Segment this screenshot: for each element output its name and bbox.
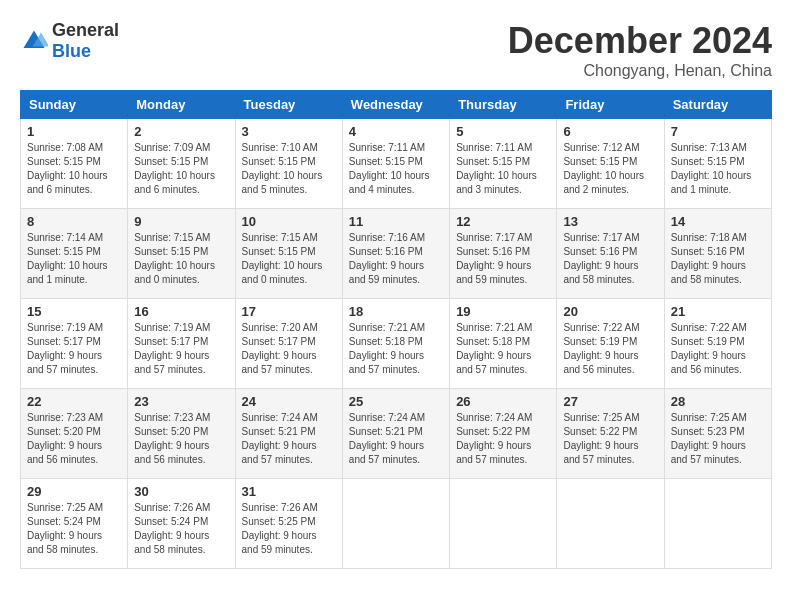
weekday-header: SundayMondayTuesdayWednesdayThursdayFrid… [21,91,772,119]
day-info: Sunrise: 7:26 AM Sunset: 5:24 PM Dayligh… [134,501,228,557]
day-number: 3 [242,124,336,139]
calendar-day-cell: 9 Sunrise: 7:15 AM Sunset: 5:15 PM Dayli… [128,209,235,299]
calendar-day-cell: 4 Sunrise: 7:11 AM Sunset: 5:15 PM Dayli… [342,119,449,209]
day-info: Sunrise: 7:08 AM Sunset: 5:15 PM Dayligh… [27,141,121,197]
day-info: Sunrise: 7:25 AM Sunset: 5:24 PM Dayligh… [27,501,121,557]
day-info: Sunrise: 7:24 AM Sunset: 5:21 PM Dayligh… [242,411,336,467]
month-title: December 2024 [508,20,772,62]
calendar-day-cell: 28 Sunrise: 7:25 AM Sunset: 5:23 PM Dayl… [664,389,771,479]
day-info: Sunrise: 7:24 AM Sunset: 5:21 PM Dayligh… [349,411,443,467]
day-number: 6 [563,124,657,139]
calendar-day-cell: 21 Sunrise: 7:22 AM Sunset: 5:19 PM Dayl… [664,299,771,389]
calendar-day-cell: 24 Sunrise: 7:24 AM Sunset: 5:21 PM Dayl… [235,389,342,479]
calendar-day-cell: 6 Sunrise: 7:12 AM Sunset: 5:15 PM Dayli… [557,119,664,209]
day-number: 30 [134,484,228,499]
calendar-day-cell: 27 Sunrise: 7:25 AM Sunset: 5:22 PM Dayl… [557,389,664,479]
day-number: 8 [27,214,121,229]
calendar-day-cell: 20 Sunrise: 7:22 AM Sunset: 5:19 PM Dayl… [557,299,664,389]
calendar-day-cell: 17 Sunrise: 7:20 AM Sunset: 5:17 PM Dayl… [235,299,342,389]
day-info: Sunrise: 7:26 AM Sunset: 5:25 PM Dayligh… [242,501,336,557]
weekday-header-cell: Wednesday [342,91,449,119]
weekday-header-cell: Saturday [664,91,771,119]
calendar-week-row: 1 Sunrise: 7:08 AM Sunset: 5:15 PM Dayli… [21,119,772,209]
day-info: Sunrise: 7:14 AM Sunset: 5:15 PM Dayligh… [27,231,121,287]
day-number: 18 [349,304,443,319]
day-number: 23 [134,394,228,409]
calendar-day-cell: 7 Sunrise: 7:13 AM Sunset: 5:15 PM Dayli… [664,119,771,209]
day-number: 12 [456,214,550,229]
day-info: Sunrise: 7:11 AM Sunset: 5:15 PM Dayligh… [349,141,443,197]
calendar-day-cell: 12 Sunrise: 7:17 AM Sunset: 5:16 PM Dayl… [450,209,557,299]
day-info: Sunrise: 7:19 AM Sunset: 5:17 PM Dayligh… [134,321,228,377]
logo-blue: Blue [52,41,91,61]
day-number: 20 [563,304,657,319]
day-number: 4 [349,124,443,139]
day-number: 17 [242,304,336,319]
calendar-day-cell: 26 Sunrise: 7:24 AM Sunset: 5:22 PM Dayl… [450,389,557,479]
day-number: 16 [134,304,228,319]
calendar-week-row: 22 Sunrise: 7:23 AM Sunset: 5:20 PM Dayl… [21,389,772,479]
calendar-day-cell: 5 Sunrise: 7:11 AM Sunset: 5:15 PM Dayli… [450,119,557,209]
day-info: Sunrise: 7:22 AM Sunset: 5:19 PM Dayligh… [563,321,657,377]
weekday-header-cell: Friday [557,91,664,119]
day-number: 14 [671,214,765,229]
day-info: Sunrise: 7:17 AM Sunset: 5:16 PM Dayligh… [563,231,657,287]
logo: General Blue [20,20,119,62]
day-info: Sunrise: 7:15 AM Sunset: 5:15 PM Dayligh… [134,231,228,287]
day-info: Sunrise: 7:18 AM Sunset: 5:16 PM Dayligh… [671,231,765,287]
day-number: 5 [456,124,550,139]
day-info: Sunrise: 7:20 AM Sunset: 5:17 PM Dayligh… [242,321,336,377]
logo-icon [20,27,48,55]
day-number: 26 [456,394,550,409]
location-title: Chongyang, Henan, China [508,62,772,80]
weekday-header-cell: Sunday [21,91,128,119]
calendar-day-cell: 23 Sunrise: 7:23 AM Sunset: 5:20 PM Dayl… [128,389,235,479]
calendar-day-cell: 2 Sunrise: 7:09 AM Sunset: 5:15 PM Dayli… [128,119,235,209]
calendar-day-cell [342,479,449,569]
weekday-header-cell: Tuesday [235,91,342,119]
calendar-day-cell: 25 Sunrise: 7:24 AM Sunset: 5:21 PM Dayl… [342,389,449,479]
page-header: General Blue December 2024 Chongyang, He… [20,20,772,80]
day-number: 11 [349,214,443,229]
logo-general: General [52,20,119,40]
day-info: Sunrise: 7:23 AM Sunset: 5:20 PM Dayligh… [134,411,228,467]
day-info: Sunrise: 7:23 AM Sunset: 5:20 PM Dayligh… [27,411,121,467]
day-info: Sunrise: 7:15 AM Sunset: 5:15 PM Dayligh… [242,231,336,287]
day-info: Sunrise: 7:25 AM Sunset: 5:23 PM Dayligh… [671,411,765,467]
day-info: Sunrise: 7:24 AM Sunset: 5:22 PM Dayligh… [456,411,550,467]
calendar-day-cell: 30 Sunrise: 7:26 AM Sunset: 5:24 PM Dayl… [128,479,235,569]
day-number: 22 [27,394,121,409]
day-number: 15 [27,304,121,319]
day-info: Sunrise: 7:21 AM Sunset: 5:18 PM Dayligh… [349,321,443,377]
day-number: 9 [134,214,228,229]
calendar-body: 1 Sunrise: 7:08 AM Sunset: 5:15 PM Dayli… [21,119,772,569]
day-number: 29 [27,484,121,499]
day-number: 13 [563,214,657,229]
day-info: Sunrise: 7:09 AM Sunset: 5:15 PM Dayligh… [134,141,228,197]
calendar-week-row: 15 Sunrise: 7:19 AM Sunset: 5:17 PM Dayl… [21,299,772,389]
day-number: 21 [671,304,765,319]
day-number: 24 [242,394,336,409]
day-number: 28 [671,394,765,409]
day-number: 7 [671,124,765,139]
day-number: 25 [349,394,443,409]
calendar-week-row: 29 Sunrise: 7:25 AM Sunset: 5:24 PM Dayl… [21,479,772,569]
calendar-day-cell: 11 Sunrise: 7:16 AM Sunset: 5:16 PM Dayl… [342,209,449,299]
calendar-day-cell: 1 Sunrise: 7:08 AM Sunset: 5:15 PM Dayli… [21,119,128,209]
day-info: Sunrise: 7:17 AM Sunset: 5:16 PM Dayligh… [456,231,550,287]
calendar-day-cell: 19 Sunrise: 7:21 AM Sunset: 5:18 PM Dayl… [450,299,557,389]
calendar-day-cell [557,479,664,569]
day-number: 1 [27,124,121,139]
calendar-day-cell: 29 Sunrise: 7:25 AM Sunset: 5:24 PM Dayl… [21,479,128,569]
calendar-day-cell [664,479,771,569]
calendar-day-cell: 15 Sunrise: 7:19 AM Sunset: 5:17 PM Dayl… [21,299,128,389]
calendar-day-cell: 13 Sunrise: 7:17 AM Sunset: 5:16 PM Dayl… [557,209,664,299]
day-number: 19 [456,304,550,319]
day-number: 10 [242,214,336,229]
day-number: 31 [242,484,336,499]
calendar-day-cell: 8 Sunrise: 7:14 AM Sunset: 5:15 PM Dayli… [21,209,128,299]
calendar-day-cell: 16 Sunrise: 7:19 AM Sunset: 5:17 PM Dayl… [128,299,235,389]
day-info: Sunrise: 7:12 AM Sunset: 5:15 PM Dayligh… [563,141,657,197]
calendar-day-cell: 10 Sunrise: 7:15 AM Sunset: 5:15 PM Dayl… [235,209,342,299]
day-info: Sunrise: 7:21 AM Sunset: 5:18 PM Dayligh… [456,321,550,377]
